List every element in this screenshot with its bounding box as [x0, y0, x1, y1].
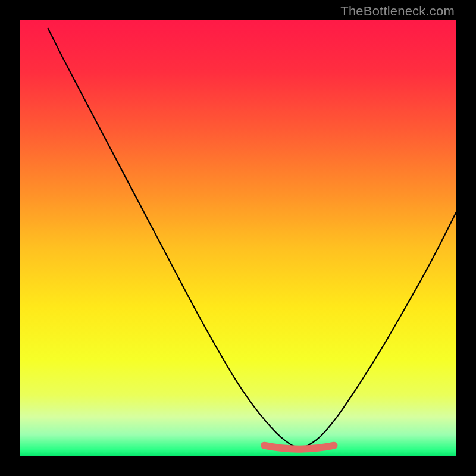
gradient-background — [20, 20, 456, 456]
chart-svg — [20, 20, 456, 456]
watermark-text: TheBottleneck.com — [340, 4, 455, 19]
chart-frame: TheBottleneck.com — [0, 0, 476, 476]
plot-area — [20, 20, 456, 456]
optimal-range-marker — [264, 446, 334, 449]
